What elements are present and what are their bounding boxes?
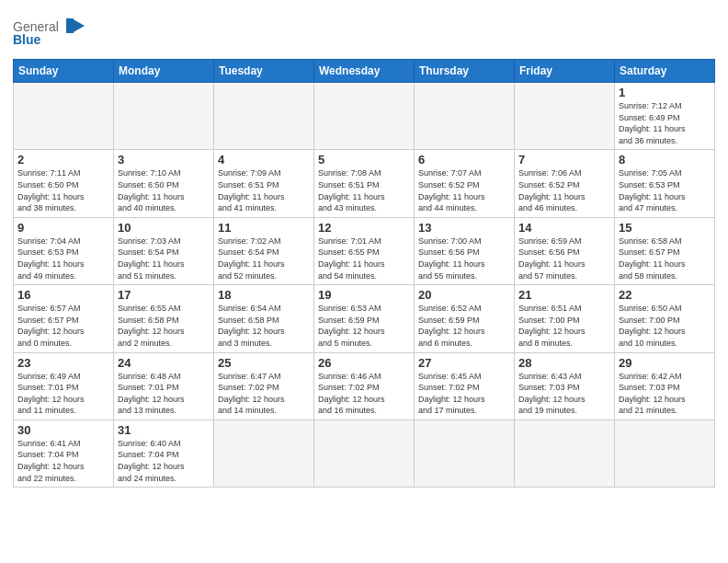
day-number: 19 bbox=[318, 288, 410, 302]
day-number: 18 bbox=[218, 288, 310, 302]
calendar-cell: 15Sunrise: 6:58 AM Sunset: 6:57 PM Dayli… bbox=[615, 217, 715, 284]
day-info: Sunrise: 7:07 AM Sunset: 6:52 PM Dayligh… bbox=[418, 167, 510, 213]
day-number: 10 bbox=[118, 221, 210, 235]
day-number: 3 bbox=[118, 153, 210, 167]
calendar-cell bbox=[314, 419, 415, 487]
calendar-cell bbox=[14, 83, 114, 150]
day-info: Sunrise: 7:03 AM Sunset: 6:54 PM Dayligh… bbox=[118, 236, 210, 282]
day-number: 7 bbox=[518, 153, 610, 167]
day-info: Sunrise: 7:06 AM Sunset: 6:52 PM Dayligh… bbox=[518, 167, 610, 213]
calendar-cell: 14Sunrise: 6:59 AM Sunset: 6:56 PM Dayli… bbox=[515, 217, 615, 284]
calendar-cell: 22Sunrise: 6:50 AM Sunset: 7:00 PM Dayli… bbox=[615, 285, 715, 352]
day-number: 29 bbox=[619, 356, 711, 370]
day-number: 11 bbox=[218, 221, 310, 235]
svg-text:Blue: Blue bbox=[13, 32, 41, 47]
day-number: 28 bbox=[518, 356, 610, 370]
calendar-cell: 6Sunrise: 7:07 AM Sunset: 6:52 PM Daylig… bbox=[415, 150, 515, 217]
calendar-cell: 31Sunrise: 6:40 AM Sunset: 7:04 PM Dayli… bbox=[114, 419, 214, 487]
weekday-header-thursday: Thursday bbox=[415, 60, 515, 83]
calendar-cell: 17Sunrise: 6:55 AM Sunset: 6:58 PM Dayli… bbox=[114, 285, 214, 352]
day-info: Sunrise: 6:45 AM Sunset: 7:02 PM Dayligh… bbox=[418, 371, 510, 417]
day-info: Sunrise: 7:05 AM Sunset: 6:53 PM Dayligh… bbox=[619, 167, 711, 213]
svg-rect-4 bbox=[66, 18, 74, 33]
day-number: 26 bbox=[318, 356, 410, 370]
weekday-header-monday: Monday bbox=[114, 60, 214, 83]
day-info: Sunrise: 7:12 AM Sunset: 6:49 PM Dayligh… bbox=[619, 100, 711, 146]
day-info: Sunrise: 6:49 AM Sunset: 7:01 PM Dayligh… bbox=[17, 371, 109, 417]
day-info: Sunrise: 6:42 AM Sunset: 7:03 PM Dayligh… bbox=[619, 371, 711, 417]
week-row-3: 9Sunrise: 7:04 AM Sunset: 6:53 PM Daylig… bbox=[14, 217, 715, 284]
day-number: 14 bbox=[518, 221, 610, 235]
calendar-cell: 4Sunrise: 7:09 AM Sunset: 6:51 PM Daylig… bbox=[214, 150, 314, 217]
day-number: 12 bbox=[318, 221, 410, 235]
calendar-cell bbox=[314, 83, 415, 150]
day-number: 17 bbox=[118, 288, 210, 302]
day-info: Sunrise: 7:11 AM Sunset: 6:50 PM Dayligh… bbox=[17, 167, 109, 213]
calendar-cell: 2Sunrise: 7:11 AM Sunset: 6:50 PM Daylig… bbox=[14, 150, 114, 217]
calendar-cell: 27Sunrise: 6:45 AM Sunset: 7:02 PM Dayli… bbox=[415, 352, 515, 419]
day-info: Sunrise: 6:54 AM Sunset: 6:58 PM Dayligh… bbox=[218, 303, 310, 349]
day-number: 27 bbox=[418, 356, 510, 370]
calendar-cell bbox=[415, 83, 515, 150]
day-info: Sunrise: 6:55 AM Sunset: 6:58 PM Dayligh… bbox=[118, 303, 210, 349]
day-number: 8 bbox=[619, 153, 711, 167]
logo-area: General Blue bbox=[13, 9, 86, 53]
day-number: 16 bbox=[17, 288, 109, 302]
day-number: 15 bbox=[619, 221, 711, 235]
day-number: 5 bbox=[318, 153, 410, 167]
calendar-cell: 5Sunrise: 7:08 AM Sunset: 6:51 PM Daylig… bbox=[314, 150, 415, 217]
day-info: Sunrise: 6:46 AM Sunset: 7:02 PM Dayligh… bbox=[318, 371, 410, 417]
weekday-header-tuesday: Tuesday bbox=[214, 60, 314, 83]
day-number: 6 bbox=[418, 153, 510, 167]
day-info: Sunrise: 6:52 AM Sunset: 6:59 PM Dayligh… bbox=[418, 303, 510, 349]
calendar-cell: 9Sunrise: 7:04 AM Sunset: 6:53 PM Daylig… bbox=[14, 217, 114, 284]
day-number: 25 bbox=[218, 356, 310, 370]
day-info: Sunrise: 6:43 AM Sunset: 7:03 PM Dayligh… bbox=[518, 371, 610, 417]
header: General Blue bbox=[13, 9, 715, 53]
day-number: 22 bbox=[619, 288, 711, 302]
calendar-cell bbox=[515, 83, 615, 150]
calendar-cell: 21Sunrise: 6:51 AM Sunset: 7:00 PM Dayli… bbox=[515, 285, 615, 352]
day-info: Sunrise: 6:58 AM Sunset: 6:57 PM Dayligh… bbox=[619, 236, 711, 282]
day-number: 13 bbox=[418, 221, 510, 235]
weekday-header-row: SundayMondayTuesdayWednesdayThursdayFrid… bbox=[14, 60, 715, 83]
logo: General Blue bbox=[13, 13, 86, 53]
day-number: 4 bbox=[218, 153, 310, 167]
calendar-cell bbox=[515, 419, 615, 487]
day-number: 30 bbox=[17, 423, 109, 437]
day-number: 23 bbox=[17, 356, 109, 370]
day-info: Sunrise: 7:08 AM Sunset: 6:51 PM Dayligh… bbox=[318, 167, 410, 213]
day-info: Sunrise: 6:51 AM Sunset: 7:00 PM Dayligh… bbox=[518, 303, 610, 349]
page: General Blue SundayMondayTuesdayWednesda… bbox=[0, 0, 728, 563]
calendar-cell: 19Sunrise: 6:53 AM Sunset: 6:59 PM Dayli… bbox=[314, 285, 415, 352]
calendar-cell: 18Sunrise: 6:54 AM Sunset: 6:58 PM Dayli… bbox=[214, 285, 314, 352]
day-number: 9 bbox=[17, 221, 109, 235]
calendar-cell: 12Sunrise: 7:01 AM Sunset: 6:55 PM Dayli… bbox=[314, 217, 415, 284]
calendar-cell: 10Sunrise: 7:03 AM Sunset: 6:54 PM Dayli… bbox=[114, 217, 214, 284]
week-row-5: 23Sunrise: 6:49 AM Sunset: 7:01 PM Dayli… bbox=[14, 352, 715, 419]
day-info: Sunrise: 6:57 AM Sunset: 6:57 PM Dayligh… bbox=[17, 303, 109, 349]
calendar-cell: 3Sunrise: 7:10 AM Sunset: 6:50 PM Daylig… bbox=[114, 150, 214, 217]
weekday-header-saturday: Saturday bbox=[615, 60, 715, 83]
calendar: SundayMondayTuesdayWednesdayThursdayFrid… bbox=[13, 59, 715, 488]
day-info: Sunrise: 7:02 AM Sunset: 6:54 PM Dayligh… bbox=[218, 236, 310, 282]
calendar-cell: 28Sunrise: 6:43 AM Sunset: 7:03 PM Dayli… bbox=[515, 352, 615, 419]
day-info: Sunrise: 7:10 AM Sunset: 6:50 PM Dayligh… bbox=[118, 167, 210, 213]
calendar-cell bbox=[615, 419, 715, 487]
day-info: Sunrise: 6:47 AM Sunset: 7:02 PM Dayligh… bbox=[218, 371, 310, 417]
calendar-cell: 23Sunrise: 6:49 AM Sunset: 7:01 PM Dayli… bbox=[14, 352, 114, 419]
calendar-cell: 30Sunrise: 6:41 AM Sunset: 7:04 PM Dayli… bbox=[14, 419, 114, 487]
calendar-cell: 24Sunrise: 6:48 AM Sunset: 7:01 PM Dayli… bbox=[114, 352, 214, 419]
calendar-cell bbox=[415, 419, 515, 487]
day-info: Sunrise: 6:53 AM Sunset: 6:59 PM Dayligh… bbox=[318, 303, 410, 349]
week-row-2: 2Sunrise: 7:11 AM Sunset: 6:50 PM Daylig… bbox=[14, 150, 715, 217]
calendar-cell: 8Sunrise: 7:05 AM Sunset: 6:53 PM Daylig… bbox=[615, 150, 715, 217]
day-number: 20 bbox=[418, 288, 510, 302]
day-number: 2 bbox=[17, 153, 109, 167]
day-info: Sunrise: 6:41 AM Sunset: 7:04 PM Dayligh… bbox=[17, 438, 109, 484]
day-info: Sunrise: 7:01 AM Sunset: 6:55 PM Dayligh… bbox=[318, 236, 410, 282]
calendar-cell: 16Sunrise: 6:57 AM Sunset: 6:57 PM Dayli… bbox=[14, 285, 114, 352]
day-number: 21 bbox=[518, 288, 610, 302]
calendar-cell: 26Sunrise: 6:46 AM Sunset: 7:02 PM Dayli… bbox=[314, 352, 415, 419]
day-info: Sunrise: 6:50 AM Sunset: 7:00 PM Dayligh… bbox=[619, 303, 711, 349]
